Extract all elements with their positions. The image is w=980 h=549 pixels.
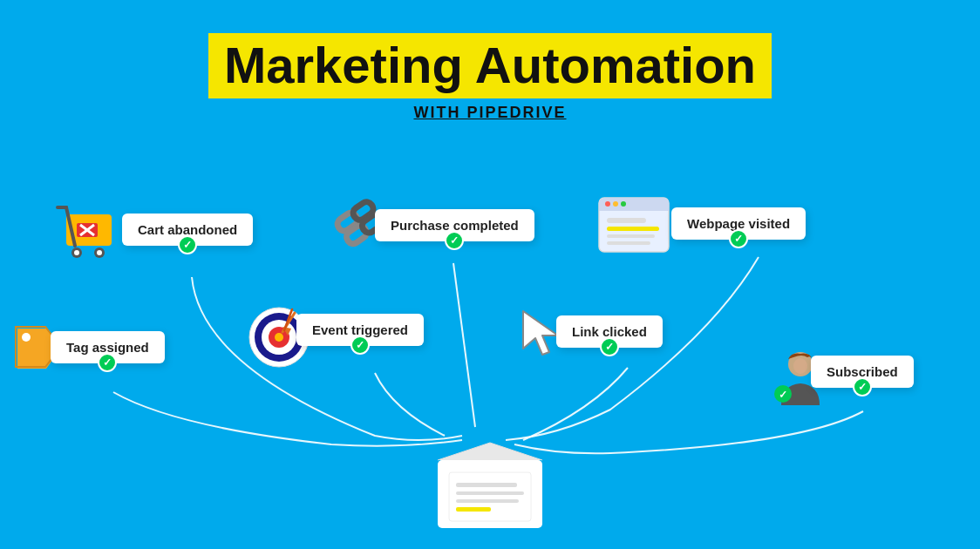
svg-rect-19 <box>607 227 659 231</box>
card-cart-abandoned: Cart abandoned ✓ <box>122 214 253 246</box>
card-purchase-completed: Purchase completed ✓ <box>375 209 534 241</box>
svg-point-16 <box>613 201 618 207</box>
envelope-icon <box>433 436 547 532</box>
check-event: ✓ <box>350 336 370 355</box>
card-subscribed: Subscribed ✓ <box>811 356 914 388</box>
svg-point-28 <box>275 333 283 342</box>
svg-rect-18 <box>607 218 646 223</box>
check-purchase: ✓ <box>445 231 464 250</box>
check-subscribed: ✓ <box>853 377 872 396</box>
svg-text:✓: ✓ <box>779 389 787 401</box>
svg-point-17 <box>621 201 626 207</box>
card-tag-assigned: Tag assigned ✓ <box>51 331 165 363</box>
card-link-clicked: Link clicked ✓ <box>556 315 663 348</box>
svg-point-5 <box>74 250 79 255</box>
check-cart: ✓ <box>178 235 197 254</box>
svg-marker-32 <box>523 311 558 355</box>
check-tag: ✓ <box>98 353 117 372</box>
subtitle: WITH PIPEDRIVE <box>0 104 980 122</box>
main-title: Marketing Automation <box>208 33 772 98</box>
svg-rect-41 <box>456 499 519 503</box>
browser-icon <box>595 193 673 256</box>
check-link: ✓ <box>600 337 619 356</box>
svg-rect-21 <box>607 241 650 245</box>
svg-rect-39 <box>456 483 517 487</box>
svg-rect-38 <box>449 472 531 521</box>
svg-rect-40 <box>456 491 524 495</box>
title-area: Marketing Automation WITH PIPEDRIVE <box>0 0 980 122</box>
svg-point-7 <box>97 250 102 255</box>
cart-icon <box>51 199 125 264</box>
svg-point-34 <box>793 358 807 374</box>
card-event-triggered: Event triggered ✓ <box>296 314 424 346</box>
svg-rect-42 <box>456 507 491 512</box>
svg-point-22 <box>22 333 31 342</box>
svg-rect-14 <box>599 207 669 211</box>
check-webpage: ✓ <box>729 229 748 248</box>
svg-point-15 <box>605 201 610 207</box>
card-webpage-visited: Webpage visited ✓ <box>671 207 806 240</box>
svg-rect-20 <box>607 234 655 238</box>
